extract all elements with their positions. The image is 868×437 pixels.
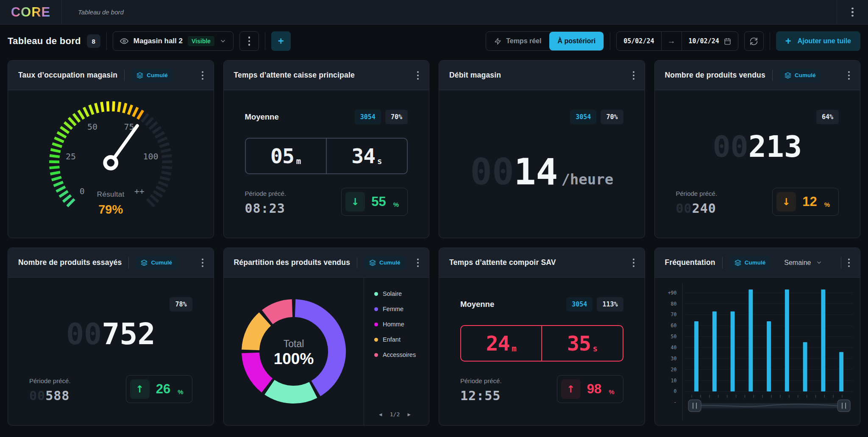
store-selector-dropdown[interactable]: Magasin hall 2 Visible <box>113 31 234 51</box>
slider-handle[interactable] <box>688 400 701 412</box>
plus-icon: + <box>278 36 284 46</box>
add-tile-button[interactable]: + Ajouter une tuile <box>776 31 860 51</box>
seconds-cell: 35 s <box>541 326 622 361</box>
tile-produits-essayes: Nombre de produits essayés Cumulé 78% 00… <box>8 248 214 426</box>
divider <box>265 32 265 50</box>
tile-debit-magasin: Débit magasin 3054 70% 0014/heure <box>439 60 645 238</box>
board-options-button[interactable] <box>239 31 259 51</box>
trend-arrow-icon: ↑ <box>130 379 150 399</box>
legend-panel: SolaireFemmeHommeEnfantAccessoires ◄ 1/2… <box>364 278 429 425</box>
date-to-field[interactable]: 10/02/24 <box>682 32 738 50</box>
delta-badge: ↑ 26 % <box>126 375 192 403</box>
minutes-unit: m <box>512 344 516 353</box>
value: 213 <box>748 129 802 164</box>
bar-chart-body: +9080706050403020100- <box>655 278 860 425</box>
date-from-field[interactable]: 05/02/24 <box>617 32 661 50</box>
result-value: 79% <box>8 203 214 217</box>
tile-menu-button[interactable] <box>202 71 203 80</box>
kebab-icon <box>851 8 854 17</box>
tile-menu-button[interactable] <box>848 71 850 80</box>
page-title: Tableau de bord <box>8 36 81 47</box>
tile-body: 78% 00752 Période précé. 00588 ↑ 26 % <box>8 278 214 425</box>
previous-period: Période précé. 08:23 <box>245 190 287 216</box>
divider <box>770 32 770 50</box>
tile-title: Fréquentation <box>665 258 715 267</box>
value-unit: /heure <box>561 171 613 188</box>
mode-realtime-tab[interactable]: Temps réel <box>486 32 549 50</box>
mode-posteriori-tab[interactable]: À postériori <box>549 32 604 50</box>
value-padding: 00 <box>470 150 514 193</box>
legend-item: Accessoires <box>374 351 429 358</box>
metric-row: Moyenne 3054 70% <box>224 90 429 124</box>
delta-unit: % <box>609 388 614 395</box>
page-next-icon[interactable]: ► <box>406 412 412 418</box>
percent-badge: 78% <box>170 297 192 312</box>
add-tile-label: Ajouter une tuile <box>798 37 851 45</box>
svg-text:40: 40 <box>670 345 676 351</box>
delta-value: 98 <box>587 381 601 397</box>
layers-icon <box>369 259 376 266</box>
slider-handle[interactable] <box>837 400 850 412</box>
refresh-button[interactable] <box>744 31 764 51</box>
seconds-value: 35 <box>567 331 591 355</box>
svg-text:+90: +90 <box>668 290 676 296</box>
seconds-cell: 34 s <box>326 139 407 173</box>
divider <box>772 70 773 81</box>
calendar-icon <box>724 38 731 45</box>
tile-header: Nombre de produits vendus Cumulé <box>655 61 860 90</box>
tile-menu-button[interactable] <box>417 71 419 80</box>
tile-frequentation: Fréquentation Cumulé Semaine +9080706050… <box>654 248 861 426</box>
layers-icon <box>785 72 791 79</box>
tile-repartition-vendus: Répartition des produits vendus Cumulé T… <box>223 248 430 426</box>
period-dropdown[interactable]: Semaine <box>784 259 822 267</box>
chart-legend: SolaireFemmeHommeEnfantAccessoires <box>374 290 429 358</box>
tile-menu-button[interactable] <box>848 259 850 267</box>
bottom-row: Période précé. 12:55 ↑ 98 % <box>460 375 623 403</box>
badges: 3054 113% <box>566 297 623 312</box>
store-visibility-badge: Visible <box>188 36 214 46</box>
svg-text:70: 70 <box>670 312 676 317</box>
minutes-cell: 05 m <box>246 139 326 173</box>
percent-badge: 113% <box>597 297 623 312</box>
svg-text:20: 20 <box>670 367 676 373</box>
percent-badge: 64% <box>816 110 839 124</box>
tile-body: Moyenne 3054 70% 05 m 34 s Période préc <box>224 90 429 238</box>
tile-taux-occupation: Taux d’occupation magasin Cumulé 0255075… <box>8 60 214 238</box>
eye-icon <box>120 37 128 45</box>
delta-unit: % <box>178 388 183 395</box>
divider <box>722 257 723 268</box>
previous-period-value: 12:55 <box>460 388 502 403</box>
cumule-badge: Cumulé <box>136 256 177 270</box>
legend-label: Enfant <box>383 336 401 343</box>
legend-label: Homme <box>383 321 404 328</box>
previous-period-label: Période précé. <box>29 377 71 384</box>
add-board-button[interactable]: + <box>271 31 291 51</box>
gauge-caption: Résultat 79% <box>8 190 214 217</box>
refresh-icon <box>750 37 758 45</box>
page-prev-icon[interactable]: ◄ <box>378 412 383 418</box>
tile-header: Débit magasin <box>439 61 645 90</box>
svg-text:100: 100 <box>143 152 159 161</box>
tile-menu-button[interactable] <box>633 71 634 80</box>
tile-menu-button[interactable] <box>633 259 634 267</box>
store-name: Magasin hall 2 <box>134 37 183 45</box>
tile-menu-button[interactable] <box>202 259 203 267</box>
svg-text:80: 80 <box>670 301 676 307</box>
minutes-value: 24 <box>486 331 510 355</box>
tile-header: Fréquentation Cumulé Semaine <box>655 248 860 278</box>
divider <box>124 70 125 81</box>
legend-item: Femme <box>374 306 429 312</box>
tile-title: Taux d’occupation magasin <box>18 71 117 80</box>
metric-row: Moyenne 3054 113% <box>439 278 645 312</box>
mode-realtime-label: Temps réel <box>506 37 541 45</box>
previous-period: Période précé. 00588 <box>29 377 71 403</box>
tile-menu-button[interactable] <box>417 259 419 267</box>
tile-header: Taux d’occupation magasin Cumulé <box>8 61 214 90</box>
legend-dot-icon <box>374 307 378 311</box>
topbar-kebab-button[interactable] <box>837 0 868 24</box>
logo-text: CORE <box>11 5 51 20</box>
date-range-arrow-icon: → <box>661 32 682 50</box>
tile-count-badge: 8 <box>87 34 100 48</box>
count-value: 00752 <box>8 317 214 351</box>
legend-pager: ◄ 1/2 ► <box>368 411 421 418</box>
